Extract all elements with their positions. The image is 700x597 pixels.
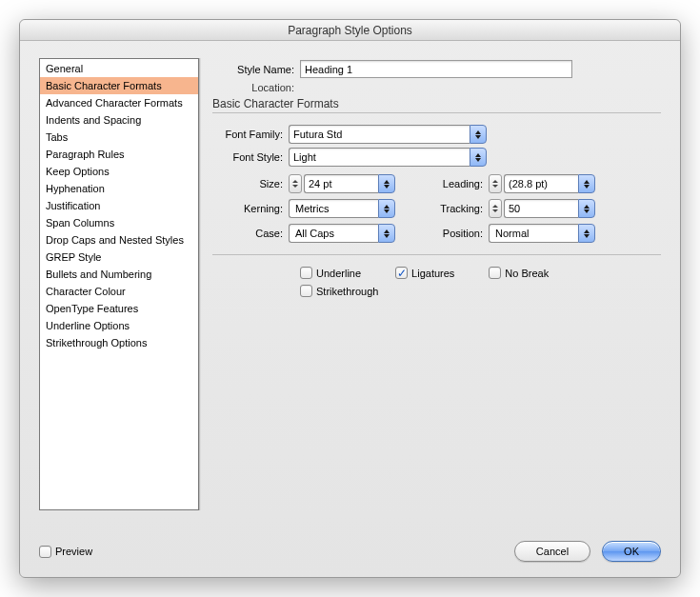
strikethrough-label: Strikethrough (316, 286, 378, 297)
size-combo[interactable] (304, 174, 395, 193)
tracking-combo[interactable] (504, 199, 595, 218)
tracking-label: Tracking: (422, 203, 489, 214)
kerning-value: Metrics (289, 199, 378, 218)
footer-bar: Preview Cancel OK (39, 541, 661, 562)
sidebar-item-keep-options[interactable]: Keep Options (40, 163, 198, 180)
preview-checkbox[interactable]: Preview (39, 546, 92, 558)
kerning-label: Kerning: (212, 203, 289, 214)
sidebar-item-span-columns[interactable]: Span Columns (40, 214, 198, 231)
location-label: Location: (212, 82, 300, 93)
sidebar-item-grep-style[interactable]: GREP Style (40, 249, 198, 266)
ok-button[interactable]: OK (602, 541, 661, 562)
case-dropdown[interactable]: All Caps (289, 224, 395, 243)
position-label: Position: (422, 228, 489, 239)
underline-label: Underline (316, 268, 361, 279)
ligatures-checkbox-box: ✓ (395, 267, 408, 279)
nobreak-checkbox-box (489, 267, 501, 279)
strikethrough-checkbox[interactable]: Strikethrough (300, 285, 378, 297)
tracking-stepper[interactable] (489, 199, 502, 218)
leading-label: Leading: (422, 178, 489, 189)
sidebar-item-indents-spacing[interactable]: Indents and Spacing (40, 111, 198, 129)
ligatures-label: Ligatures (411, 268, 454, 279)
case-dropdown-icon[interactable] (378, 224, 395, 243)
sidebar-item-opentype-features[interactable]: OpenType Features (40, 300, 198, 317)
nobreak-label: No Break (505, 268, 549, 279)
ligatures-checkbox[interactable]: ✓ Ligatures (395, 267, 454, 279)
section-title: Basic Character Formats (212, 97, 661, 110)
sidebar-item-character-colour[interactable]: Character Colour (40, 283, 198, 300)
size-label: Size: (212, 178, 289, 189)
font-style-stepper-icon[interactable] (470, 148, 487, 167)
leading-combo[interactable] (504, 174, 595, 193)
separator-top (212, 112, 661, 113)
font-style-combo[interactable] (289, 148, 487, 167)
kerning-dropdown[interactable]: Metrics (289, 199, 395, 218)
dialog-window: Paragraph Style Options General Basic Ch… (19, 19, 681, 578)
window-title: Paragraph Style Options (20, 20, 680, 41)
field-grid: Size: Leading: Kerning: (212, 174, 661, 243)
font-style-input[interactable] (289, 148, 470, 167)
sidebar-item-hyphenation[interactable]: Hyphenation (40, 180, 198, 197)
nobreak-checkbox[interactable]: No Break (489, 267, 549, 279)
leading-input[interactable] (504, 174, 578, 193)
sidebar-item-advanced-character-formats[interactable]: Advanced Character Formats (40, 94, 198, 111)
leading-stepper[interactable] (489, 174, 502, 193)
underline-checkbox-box (300, 267, 312, 279)
main-panel: Style Name: Location: Basic Character Fo… (212, 58, 661, 522)
size-stepper[interactable] (289, 174, 302, 193)
font-family-stepper-icon[interactable] (470, 125, 487, 144)
case-value: All Caps (289, 224, 378, 243)
position-dropdown[interactable]: Normal (489, 224, 595, 243)
checks-row-1: Underline ✓ Ligatures No Break (300, 267, 661, 279)
size-input[interactable] (304, 174, 378, 193)
style-name-label: Style Name: (212, 64, 300, 75)
position-dropdown-icon[interactable] (578, 224, 595, 243)
preview-label: Preview (55, 546, 92, 557)
case-label: Case: (212, 228, 289, 239)
position-value: Normal (489, 224, 578, 243)
sidebar-item-general[interactable]: General (40, 60, 198, 77)
style-name-input[interactable] (300, 60, 572, 78)
category-sidebar: General Basic Character Formats Advanced… (39, 58, 199, 510)
separator-mid (212, 254, 661, 255)
font-style-label: Font Style: (212, 151, 289, 163)
sidebar-item-underline-options[interactable]: Underline Options (40, 317, 198, 334)
size-dropdown-icon[interactable] (378, 174, 395, 193)
sidebar-item-paragraph-rules[interactable]: Paragraph Rules (40, 146, 198, 163)
sidebar-item-justification[interactable]: Justification (40, 197, 198, 214)
kerning-dropdown-icon[interactable] (378, 199, 395, 218)
font-family-label: Font Family: (212, 129, 289, 140)
sidebar-item-bullets-numbering[interactable]: Bullets and Numbering (40, 266, 198, 283)
tracking-input[interactable] (504, 199, 578, 218)
sidebar-item-tabs[interactable]: Tabs (40, 129, 198, 146)
cancel-button[interactable]: Cancel (514, 541, 590, 562)
leading-dropdown-icon[interactable] (578, 174, 595, 193)
checks-row-2: Strikethrough (300, 285, 661, 297)
font-family-input[interactable] (289, 125, 470, 144)
sidebar-item-strikethrough-options[interactable]: Strikethrough Options (40, 334, 198, 351)
tracking-dropdown-icon[interactable] (578, 199, 595, 218)
strikethrough-checkbox-box (300, 285, 312, 297)
dialog-body: General Basic Character Formats Advanced… (20, 41, 680, 522)
sidebar-item-basic-character-formats[interactable]: Basic Character Formats (40, 77, 198, 94)
font-family-combo[interactable] (289, 125, 487, 144)
underline-checkbox[interactable]: Underline (300, 267, 361, 279)
sidebar-item-drop-caps[interactable]: Drop Caps and Nested Styles (40, 231, 198, 249)
preview-checkbox-box (39, 546, 51, 558)
